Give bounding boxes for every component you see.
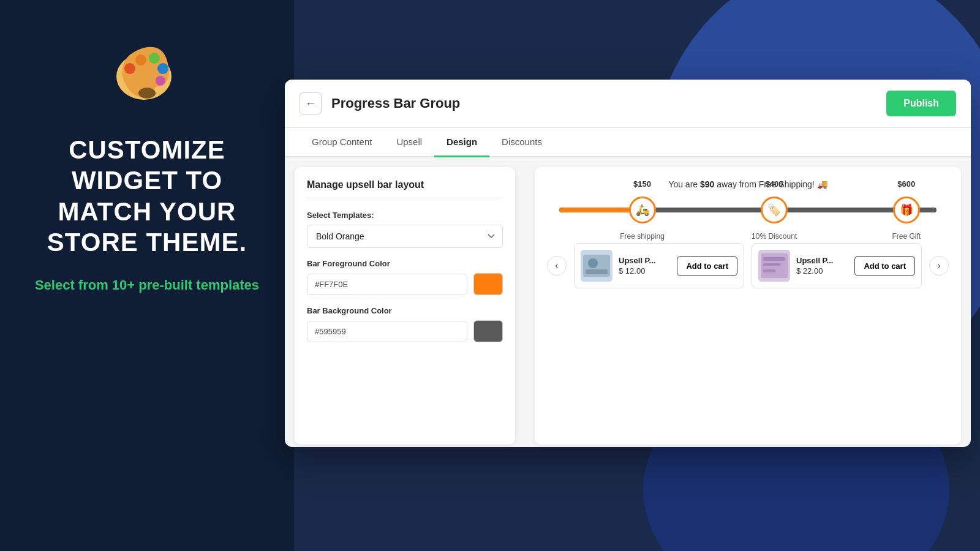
upsell-info-2: Upsell P... $ 22.00 <box>796 256 848 276</box>
milestone-3-label: Free Gift <box>892 232 921 241</box>
svg-point-5 <box>156 76 165 86</box>
tab-design[interactable]: Design <box>434 128 489 157</box>
milestone-2-icon: 🏷️ <box>761 197 788 223</box>
upsell-price-2: $ 22.00 <box>796 266 848 276</box>
app-title: Progress Bar Group <box>331 96 460 111</box>
progress-amount: $90 <box>700 179 714 189</box>
palette-icon <box>110 37 184 110</box>
svg-point-3 <box>149 53 160 64</box>
progress-message: You are $90 away from Free Shipping! 🚚 <box>547 179 949 189</box>
hero-text: CUSTOMIZE WIDGET TO MATCH YOUR STORE THE… <box>24 135 270 258</box>
milestone-3-icon: 🎁 <box>893 197 920 223</box>
milestone-3-amount: $600 <box>897 179 915 189</box>
milestone-1-label: Free shipping <box>620 232 665 241</box>
upsell-img-2 <box>758 250 790 282</box>
milestone-1: $150 🛵 Free shipping <box>629 197 656 223</box>
prev-arrow[interactable]: ‹ <box>547 256 567 276</box>
svg-point-1 <box>124 63 135 74</box>
add-to-cart-btn-1[interactable]: Add to cart <box>677 256 737 276</box>
progress-track <box>559 208 937 212</box>
preview-inner: You are $90 away from Free Shipping! 🚚 $… <box>535 167 961 444</box>
upsell-card-2: Upsell P... $ 22.00 Add to cart <box>752 243 922 288</box>
background-color-input[interactable] <box>307 321 467 342</box>
form-panel: Manage upsell bar layout Select Template… <box>295 167 515 444</box>
background-color-swatch[interactable] <box>473 320 503 342</box>
template-select[interactable]: Bold Orange Classic Blue Minimal Dark Fr… <box>307 225 503 248</box>
tab-discounts[interactable]: Discounts <box>489 128 554 157</box>
progress-bar-container: $150 🛵 Free shipping $400 🏷️ 10% Discoun… <box>559 208 937 212</box>
svg-rect-10 <box>586 269 608 274</box>
svg-point-2 <box>135 54 146 66</box>
milestone-3: $600 🎁 Free Gift <box>893 197 920 223</box>
upsell-info-1: Upsell P... $ 12.00 <box>619 256 671 276</box>
add-to-cart-btn-2[interactable]: Add to cart <box>854 256 915 276</box>
svg-rect-13 <box>763 257 785 261</box>
form-title: Manage upsell bar layout <box>307 179 503 198</box>
next-arrow[interactable]: › <box>929 256 949 276</box>
upsell-img-1 <box>581 250 612 282</box>
preview-panel: You are $90 away from Free Shipping! 🚚 $… <box>525 157 971 447</box>
foreground-color-group: Bar Foreground Color <box>307 259 503 295</box>
milestone-2-amount: $400 <box>766 179 783 189</box>
milestone-1-amount: $150 <box>633 179 651 189</box>
tabs-bar: Group Content Upsell Design Discounts <box>285 128 971 157</box>
upsell-name-2: Upsell P... <box>796 256 848 265</box>
content-area: Manage upsell bar layout Select Template… <box>285 157 971 447</box>
header-left: ← Progress Bar Group <box>300 92 460 114</box>
left-panel: CUSTOMIZE WIDGET TO MATCH YOUR STORE THE… <box>0 0 294 551</box>
svg-point-4 <box>157 63 168 74</box>
sub-text: Select from 10+ pre-built templates <box>35 277 259 294</box>
upsell-price-1: $ 12.00 <box>619 266 671 276</box>
template-group: Select Templates: Bold Orange Classic Bl… <box>307 211 503 248</box>
template-label: Select Templates: <box>307 211 503 220</box>
milestone-1-icon: 🛵 <box>629 197 656 223</box>
progress-section: You are $90 away from Free Shipping! 🚚 $… <box>547 179 949 212</box>
app-window: ← Progress Bar Group Publish Group Conte… <box>285 80 971 447</box>
background-label: Bar Background Color <box>307 306 503 315</box>
milestone-2-label: 10% Discount <box>752 232 797 241</box>
background-color-row <box>307 320 503 342</box>
tab-upsell[interactable]: Upsell <box>384 128 434 157</box>
upsell-name-1: Upsell P... <box>619 256 671 265</box>
foreground-color-input[interactable] <box>307 274 467 295</box>
foreground-color-row <box>307 273 503 295</box>
foreground-label: Bar Foreground Color <box>307 259 503 268</box>
upsell-card-1: Upsell P... $ 12.00 Add to cart <box>574 243 744 288</box>
svg-rect-14 <box>763 263 780 266</box>
upsell-section: ‹ <box>547 243 949 288</box>
foreground-color-swatch[interactable] <box>473 273 503 295</box>
svg-point-6 <box>138 88 156 99</box>
publish-button[interactable]: Publish <box>886 91 956 116</box>
upsell-cards: Upsell P... $ 12.00 Add to cart <box>574 243 922 288</box>
app-header: ← Progress Bar Group Publish <box>285 80 971 128</box>
tab-group-content[interactable]: Group Content <box>300 128 384 157</box>
background-color-group: Bar Background Color <box>307 306 503 342</box>
milestone-2: $400 🏷️ 10% Discount <box>761 197 788 223</box>
svg-point-9 <box>588 258 598 268</box>
back-button[interactable]: ← <box>300 92 322 114</box>
svg-rect-15 <box>763 269 775 272</box>
